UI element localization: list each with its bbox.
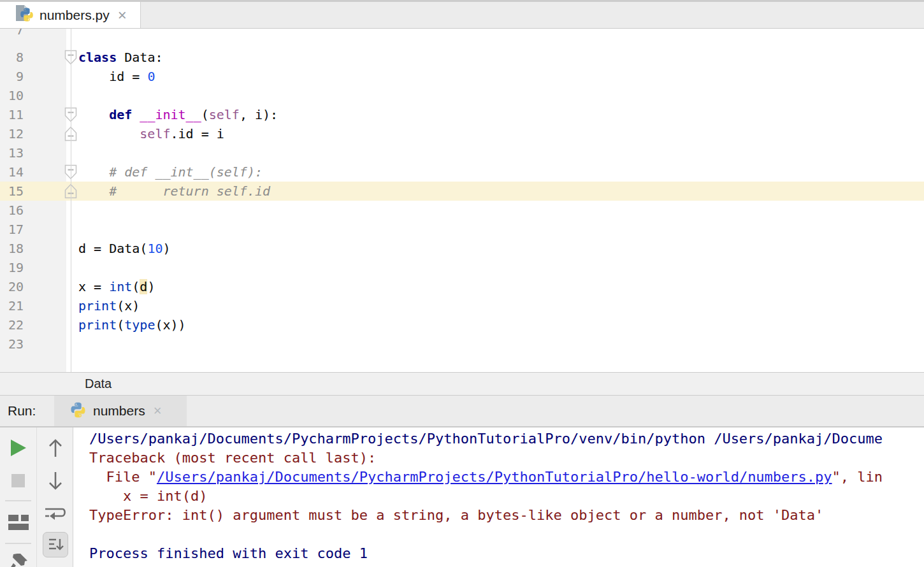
line-number: 7 — [0, 29, 24, 39]
line-number: 23 — [0, 334, 24, 354]
code-text: x = int(d) — [78, 277, 155, 296]
breadcrumb-item-data[interactable]: Data — [85, 373, 112, 395]
console-line: /Users/pankaj/Documents/PycharmProjects/… — [89, 429, 924, 449]
line-number: 9 — [0, 67, 24, 86]
line-number: 8 — [0, 48, 24, 67]
code-text: print(type(x)) — [78, 315, 186, 334]
editor-tab-bar: numbers.py × — [0, 0, 924, 29]
line-number: 10 — [0, 86, 24, 105]
editor-line-17[interactable]: 17 — [0, 220, 924, 239]
toolbar-separator — [5, 543, 31, 544]
editor-line-7[interactable]: 7 — [0, 29, 924, 48]
pin-icon[interactable] — [8, 552, 30, 567]
code-text: # return self.id — [78, 182, 270, 201]
run-tab-close-icon[interactable]: × — [154, 405, 162, 417]
editor-line-11[interactable]: 11 def __init__(self, i): — [0, 105, 924, 124]
editor-line-14[interactable]: 14 # def __int__(self): — [0, 162, 924, 182]
line-number: 12 — [0, 124, 24, 143]
editor-line-18[interactable]: 18d = Data(10) — [0, 239, 924, 258]
console-line: File "/Users/pankaj/Documents/PycharmPro… — [89, 468, 924, 487]
line-number: 21 — [0, 296, 24, 315]
code-editor[interactable]: 78class Data:9 id = 01011 def __init__(s… — [0, 29, 924, 372]
run-toolwindow-header: Run: numbers × — [0, 396, 924, 427]
code-text: self.id = i — [78, 124, 224, 143]
line-number: 17 — [0, 220, 24, 239]
gutter-separator — [71, 29, 71, 372]
line-number: 15 — [0, 182, 24, 201]
code-text: def __init__(self, i): — [78, 105, 278, 124]
code-text: print(x) — [78, 296, 140, 315]
editor-line-13[interactable]: 13 — [0, 143, 924, 162]
python-file-icon — [14, 4, 35, 25]
console-line: TypeError: int() argument must be a stri… — [89, 506, 924, 525]
run-console: /Users/pankaj/Documents/PycharmProjects/… — [0, 427, 924, 567]
editor-lines: 78class Data:9 id = 01011 def __init__(s… — [0, 29, 924, 354]
down-stacktrace-button[interactable] — [47, 471, 64, 491]
scroll-to-end-button[interactable] — [43, 532, 68, 557]
run-tab-title: numbers — [93, 403, 145, 419]
editor-line-22[interactable]: 22print(type(x)) — [0, 315, 924, 334]
run-tab-numbers[interactable]: numbers × — [54, 396, 187, 426]
editor-line-10[interactable]: 10 — [0, 86, 924, 105]
stop-button[interactable] — [11, 473, 25, 488]
editor-line-23[interactable]: 23 — [0, 334, 924, 354]
tab-numbers-py[interactable]: numbers.py × — [0, 2, 141, 28]
line-number: 13 — [0, 143, 24, 162]
line-number: 20 — [0, 277, 24, 296]
toolbar-separator — [5, 500, 31, 501]
tab-close-icon[interactable]: × — [118, 9, 127, 22]
line-number: 19 — [0, 258, 24, 277]
code-text: class Data: — [78, 48, 162, 67]
file-link[interactable]: /Users/pankaj/Documents/PycharmProjects/… — [157, 469, 832, 485]
console-line: x = int(d) — [89, 487, 924, 506]
console-line: Traceback (most recent call last): — [89, 449, 924, 468]
code-text: id = 0 — [78, 67, 155, 86]
console-toolbar — [36, 427, 73, 567]
tab-title: numbers.py — [40, 8, 110, 23]
line-number: 16 — [0, 201, 24, 220]
editor-line-12[interactable]: 12 self.id = i — [0, 124, 924, 143]
line-number: 11 — [0, 105, 24, 124]
soft-wrap-button[interactable] — [44, 505, 68, 523]
code-text: d = Data(10) — [78, 239, 171, 258]
line-number: 14 — [0, 162, 24, 182]
code-text: # def __int__(self): — [78, 162, 263, 182]
restore-layout-button[interactable] — [8, 514, 30, 531]
console-line: Process finished with exit code 1 — [89, 544, 924, 563]
line-number: 22 — [0, 315, 24, 334]
editor-line-19[interactable]: 19 — [0, 258, 924, 277]
python-icon — [69, 401, 87, 421]
breadcrumb-bar: Data — [0, 372, 924, 396]
line-number: 18 — [0, 239, 24, 258]
editor-line-8[interactable]: 8class Data: — [0, 48, 924, 67]
editor-line-16[interactable]: 16 — [0, 201, 924, 220]
up-stacktrace-button[interactable] — [47, 438, 64, 458]
editor-line-20[interactable]: 20x = int(d) — [0, 277, 924, 296]
run-label: Run: — [8, 396, 36, 426]
editor-line-15[interactable]: 15 # return self.id — [0, 182, 924, 201]
editor-line-9[interactable]: 9 id = 0 — [0, 67, 924, 86]
console-line — [89, 525, 924, 544]
console-output: /Users/pankaj/Documents/PycharmProjects/… — [73, 427, 924, 567]
rerun-button[interactable] — [7, 437, 29, 459]
editor-line-21[interactable]: 21print(x) — [0, 296, 924, 315]
run-toolbar — [0, 427, 36, 567]
